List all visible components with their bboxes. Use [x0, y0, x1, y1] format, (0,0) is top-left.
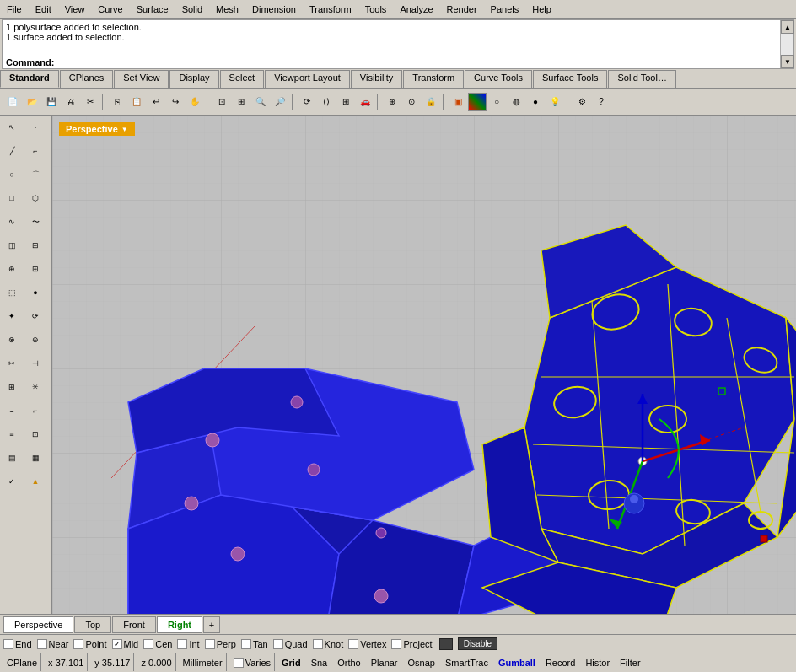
- new-icon[interactable]: 📄: [3, 93, 22, 111]
- menu-render[interactable]: Render: [440, 3, 484, 16]
- snap-quad-check[interactable]: [273, 639, 283, 649]
- circle-btn[interactable]: ○: [0, 163, 24, 186]
- menu-curve[interactable]: Curve: [91, 3, 129, 16]
- render-color-icon[interactable]: [468, 93, 487, 111]
- viewport-canvas[interactable]: x y z: [52, 116, 796, 614]
- loft-btn[interactable]: ⊞: [24, 257, 47, 281]
- disable-button[interactable]: Disable: [458, 637, 498, 650]
- zoom-extent-icon[interactable]: ⊡: [212, 93, 231, 111]
- varies-check[interactable]: [234, 658, 244, 668]
- copy-icon[interactable]: ⎘: [108, 93, 126, 111]
- chamfer-btn[interactable]: ⌐: [24, 399, 47, 422]
- tab-standard[interactable]: Standard: [0, 70, 59, 88]
- snap-int[interactable]: Int: [177, 639, 199, 649]
- snap-vertex[interactable]: Vertex: [348, 639, 386, 649]
- render2-icon[interactable]: ◍: [507, 93, 525, 111]
- rect-btn[interactable]: □: [0, 186, 24, 210]
- surface-btn[interactable]: ◫: [0, 234, 24, 257]
- zoom-window-icon[interactable]: ⊞: [232, 93, 250, 111]
- viewport-icon[interactable]: ⊞: [336, 93, 355, 111]
- tab-visibility[interactable]: Visibility: [351, 70, 403, 88]
- snap-near-check[interactable]: [37, 639, 47, 649]
- snap-mid-check[interactable]: [112, 639, 122, 649]
- snap-project-check[interactable]: [391, 639, 401, 649]
- osnap2-icon[interactable]: ⊙: [402, 93, 421, 111]
- viewport-tab-perspective[interactable]: Perspective: [3, 616, 73, 633]
- spline-btn[interactable]: 〜: [24, 210, 47, 234]
- menu-view[interactable]: View: [58, 3, 92, 16]
- snap-knot[interactable]: Knot: [313, 639, 344, 649]
- filter-btn[interactable]: Filter: [616, 658, 643, 668]
- snap-int-check[interactable]: [177, 639, 187, 649]
- record-btn[interactable]: Record: [542, 658, 578, 668]
- split-btn[interactable]: ⊣: [24, 352, 47, 375]
- menu-file[interactable]: File: [0, 3, 29, 16]
- snap-near[interactable]: Near: [37, 639, 69, 649]
- osnap-btn[interactable]: Osnap: [405, 658, 438, 668]
- viewport-tab-top[interactable]: Top: [74, 616, 111, 633]
- snap-perp-check[interactable]: [205, 639, 215, 649]
- snap-btn[interactable]: Sna: [308, 658, 331, 668]
- command-scrollbar[interactable]: ▲ ▼: [780, 20, 793, 68]
- project2-btn[interactable]: ⊡: [24, 422, 47, 446]
- snap-quad[interactable]: Quad: [273, 639, 308, 649]
- snap-project[interactable]: Project: [391, 639, 432, 649]
- viewport-tab-add[interactable]: +: [203, 616, 220, 633]
- tab-setview[interactable]: Set View: [114, 70, 169, 88]
- analyze2-btn[interactable]: ✓: [0, 470, 24, 493]
- scale-btn[interactable]: ⊗: [0, 328, 24, 352]
- snap-tan[interactable]: Tan: [241, 639, 268, 649]
- snap-knot-check[interactable]: [313, 639, 323, 649]
- ortho-btn[interactable]: Ortho: [334, 658, 364, 668]
- polygon-btn[interactable]: ⬡: [24, 186, 47, 210]
- smarttrack-btn[interactable]: SmartTrac: [442, 658, 492, 668]
- planar-btn[interactable]: Planar: [368, 658, 401, 668]
- lock-icon[interactable]: 🔒: [422, 93, 440, 111]
- snap-point[interactable]: Point: [73, 639, 106, 649]
- material-icon[interactable]: ▣: [449, 93, 467, 111]
- cut-icon[interactable]: ✂: [81, 93, 100, 111]
- snap-cen-check[interactable]: [143, 639, 153, 649]
- menu-analyze[interactable]: Analyze: [393, 3, 439, 16]
- print-icon[interactable]: 🖨: [62, 93, 80, 111]
- rotate-icon[interactable]: ⟳: [298, 93, 316, 111]
- menu-dimension[interactable]: Dimension: [245, 3, 303, 16]
- save-icon[interactable]: 💾: [42, 93, 61, 111]
- revolve-btn[interactable]: ⊕: [0, 257, 24, 281]
- pan2-icon[interactable]: ⟨⟩: [317, 93, 336, 111]
- render3-icon[interactable]: ●: [526, 93, 545, 111]
- viewport-label[interactable]: Perspective ▼: [59, 122, 135, 136]
- snap-perp[interactable]: Perp: [205, 639, 236, 649]
- command-input[interactable]: [57, 57, 777, 67]
- open-icon[interactable]: 📂: [23, 93, 41, 111]
- rotate2-btn[interactable]: ⟳: [24, 304, 47, 328]
- point-btn[interactable]: ·: [24, 116, 47, 139]
- tab-cplanes[interactable]: CPlanes: [60, 70, 114, 88]
- line-btn[interactable]: ╱: [0, 139, 24, 163]
- gumball-btn[interactable]: Gumball: [495, 658, 539, 668]
- zoom-in-icon[interactable]: 🔍: [251, 93, 270, 111]
- offset-btn[interactable]: ≡: [0, 422, 24, 446]
- settings-icon[interactable]: ⚙: [573, 93, 591, 111]
- snap-end[interactable]: End: [3, 639, 32, 649]
- scroll-up-btn[interactable]: ▲: [781, 20, 794, 34]
- tab-solid-tools[interactable]: Solid Tool…: [608, 70, 676, 88]
- tab-display[interactable]: Display: [169, 70, 218, 88]
- render4-btn[interactable]: ▲: [24, 470, 47, 493]
- menu-help[interactable]: Help: [525, 3, 558, 16]
- zoom-out-icon[interactable]: 🔎: [271, 93, 289, 111]
- viewport-tab-front[interactable]: Front: [112, 616, 156, 633]
- trim-btn[interactable]: ✂: [0, 352, 24, 375]
- paste-icon[interactable]: 📋: [127, 93, 146, 111]
- mirror-btn[interactable]: ⊖: [24, 328, 47, 352]
- snap-icon[interactable]: ⊕: [383, 93, 401, 111]
- menu-tools[interactable]: Tools: [358, 3, 394, 16]
- tab-surface-tools[interactable]: Surface Tools: [533, 70, 607, 88]
- car-icon[interactable]: 🚗: [356, 93, 374, 111]
- properties-btn[interactable]: ▦: [24, 446, 47, 470]
- polyline-btn[interactable]: ⌐: [24, 139, 47, 163]
- tab-transform[interactable]: Transform: [403, 70, 464, 88]
- undo-icon[interactable]: ↩: [147, 93, 165, 111]
- snap-vertex-check[interactable]: [348, 639, 358, 649]
- light-icon[interactable]: 💡: [546, 93, 564, 111]
